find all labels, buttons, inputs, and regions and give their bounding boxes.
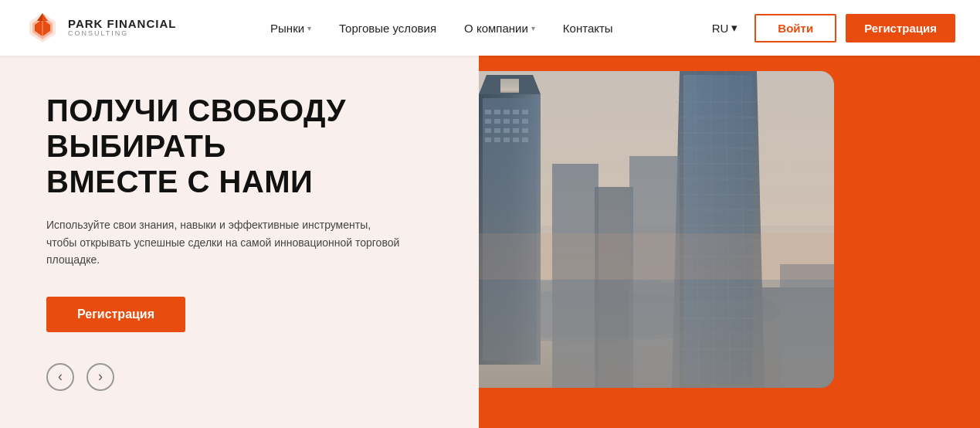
hero-city-image — [479, 71, 834, 388]
login-button[interactable]: Войти — [754, 14, 836, 42]
hero-section: ПОЛУЧИ СВОБОДУ ВЫБИРАТЬ ВМЕСТЕ С НАМИ Ис… — [0, 56, 980, 428]
chevron-down-icon-2: ▾ — [531, 24, 535, 32]
brand-name: PARK FINANCIAL — [68, 18, 176, 31]
chevron-down-icon: ▾ — [307, 24, 311, 32]
nav-contacts[interactable]: Контакты — [563, 22, 613, 35]
nav-about-label: О компании — [464, 22, 528, 35]
brand-subtitle: CONSULTING — [68, 30, 176, 38]
header-right: RU ▾ Войти Регистрация — [704, 14, 955, 42]
nav-trading-label: Торговые условия — [339, 22, 436, 35]
next-slide-button[interactable]: › — [86, 363, 114, 391]
svg-rect-72 — [479, 233, 834, 280]
svg-rect-71 — [479, 71, 834, 388]
hero-right — [479, 56, 980, 428]
nav-trading[interactable]: Торговые условия — [339, 22, 436, 35]
register-hero-button[interactable]: Регистрация — [46, 297, 185, 332]
register-header-button[interactable]: Регистрация — [846, 14, 955, 42]
slider-arrows: ‹ › — [46, 363, 432, 391]
hero-left: ПОЛУЧИ СВОБОДУ ВЫБИРАТЬ ВМЕСТЕ С НАМИ Ис… — [0, 56, 479, 428]
city-svg — [479, 71, 834, 388]
main-nav: Рынки ▾ Торговые условия О компании ▾ Ко… — [179, 22, 704, 35]
hero-description: Используйте свои знания, навыки и эффект… — [46, 216, 402, 268]
lang-label: RU — [712, 22, 729, 35]
language-selector[interactable]: RU ▾ — [704, 16, 746, 39]
hero-title: ПОЛУЧИ СВОБОДУ ВЫБИРАТЬ ВМЕСТЕ С НАМИ — [46, 93, 432, 199]
header: PARK FINANCIAL CONSULTING Рынки ▾ Торгов… — [0, 0, 980, 56]
chevron-down-icon-lang: ▾ — [731, 21, 738, 35]
nav-about[interactable]: О компании ▾ — [464, 22, 535, 35]
logo-text: PARK FINANCIAL CONSULTING — [68, 18, 176, 38]
nav-markets[interactable]: Рынки ▾ — [270, 22, 311, 35]
logo-icon — [25, 10, 60, 46]
prev-slide-button[interactable]: ‹ — [46, 363, 74, 391]
logo[interactable]: PARK FINANCIAL CONSULTING — [25, 10, 179, 46]
nav-contacts-label: Контакты — [563, 22, 613, 35]
nav-markets-label: Рынки — [270, 22, 304, 35]
